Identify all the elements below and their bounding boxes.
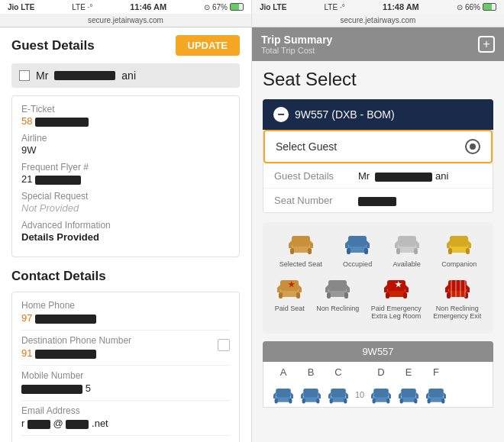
svg-rect-20 (448, 248, 452, 254)
svg-marker-42 (405, 285, 409, 292)
svg-marker-70 (328, 392, 331, 398)
svg-rect-2 (290, 248, 294, 254)
select-guest-row[interactable]: Select Guest (263, 130, 493, 163)
url-bar-left: secure.jetairways.com (0, 14, 251, 27)
svg-rect-62 (302, 398, 305, 404)
secondary-email-row: Secondary Email (21, 435, 230, 442)
eticket-redacted (35, 118, 89, 127)
legend-non-reclining: Non Reclining (316, 274, 359, 320)
select-guest-label: Select Guest (276, 140, 337, 153)
status-bar-left: Jio LTE LTE ·° 11:46 AM ⊙ 67% (0, 0, 251, 14)
svg-rect-80 (400, 398, 403, 404)
seat-10d[interactable] (369, 384, 393, 405)
seat-10f[interactable] (424, 384, 448, 405)
battery-icons-right: ⊙ 66% (457, 3, 496, 11)
home-phone-label: Home Phone (21, 300, 230, 311)
non-reclining-emergency-icon (444, 274, 471, 302)
occupied-seat-label: Occupied (343, 260, 372, 268)
seat-10a[interactable] (271, 384, 296, 405)
col-d: D (369, 366, 393, 378)
col-e: E (396, 366, 421, 378)
svg-marker-76 (371, 392, 373, 398)
dest-phone-redacted (35, 350, 96, 359)
available-seat-label: Available (393, 260, 421, 268)
companion-seat-label: Companion (441, 260, 477, 268)
trip-summary-title: Trip Summary (261, 34, 332, 46)
svg-rect-46 (447, 292, 451, 298)
time-right: 11:48 AM (383, 2, 419, 11)
battery-pct-right: 66% (465, 3, 480, 11)
col-gap (354, 366, 366, 378)
dest-phone-label: Destination Phone Number (21, 335, 230, 346)
url-text-right: secure.jetairways.com (341, 16, 416, 24)
col-f: F (424, 366, 448, 378)
flight-header: − 9W557 (DXB - BOM) (263, 99, 493, 130)
seat-10b[interactable] (299, 384, 323, 405)
svg-marker-82 (399, 392, 401, 398)
lte-right: LTE ·° (325, 3, 345, 11)
legend-row-2: ★ Paid Seat (269, 274, 487, 320)
guest-name-redacted2 (375, 173, 432, 182)
select-guest-radio[interactable] (465, 139, 480, 154)
guest-detail-row: Guest Details Mr ani (263, 163, 493, 188)
svg-marker-10 (345, 240, 348, 248)
svg-marker-17 (416, 240, 419, 248)
svg-marker-64 (301, 392, 303, 398)
svg-rect-21 (466, 248, 470, 254)
email-redacted2 (66, 420, 89, 429)
svg-rect-19 (450, 236, 468, 247)
guest-name-row: Mr ani (11, 63, 240, 88)
update-button[interactable]: UPDATE (176, 35, 240, 56)
svg-rect-1 (292, 236, 310, 247)
home-phone-row: Home Phone 97 (21, 300, 230, 324)
non-reclining-emergency-label: Non RecliningEmergency Exit (433, 305, 481, 320)
seat-10c[interactable] (326, 384, 351, 405)
svg-marker-83 (416, 392, 418, 398)
svg-marker-36 (347, 285, 350, 292)
guest-name-redacted (54, 71, 115, 80)
advanced-info-label: Advanced Information (21, 220, 230, 231)
svg-marker-4 (289, 240, 292, 248)
airline-label: Airline (21, 133, 230, 144)
battery-icons-left: ⊙ 67% (204, 3, 244, 11)
legend-box: Selected Seat Occupied (263, 222, 493, 334)
svg-rect-74 (373, 398, 376, 404)
seat-number-row: Seat Number (263, 188, 493, 212)
frequent-flyer-label: Frequent Flyer # (21, 162, 230, 173)
legend-paid-seat: ★ Paid Seat (275, 274, 305, 320)
mobile-value: 5 (21, 382, 230, 394)
email-label: Email Address (21, 405, 230, 416)
svg-rect-32 (328, 280, 347, 291)
left-content: Guest Details UPDATE Mr ani E-Ticket 58 … (0, 27, 251, 442)
svg-rect-81 (414, 398, 417, 404)
home-phone-value: 97 (21, 312, 230, 324)
legend-occupied-seat: Occupied (343, 230, 372, 268)
svg-rect-8 (347, 248, 351, 254)
guest-detail-value: Mr ani (358, 170, 448, 182)
svg-rect-69 (344, 398, 347, 404)
dest-phone-checkbox[interactable] (218, 339, 230, 351)
seat-number-value (358, 195, 396, 206)
battery-pct-left: 67% (212, 3, 228, 11)
seat-10e[interactable] (396, 384, 421, 405)
contact-details-title: Contact Details (11, 269, 240, 284)
svg-marker-23 (468, 240, 471, 248)
url-bar-right: secure.jetairways.com (252, 14, 504, 27)
battery-bar-right (483, 3, 496, 11)
svg-rect-67 (331, 389, 346, 397)
svg-marker-16 (395, 240, 398, 248)
battery-icon-right: ⊙ (457, 3, 463, 11)
paid-emergency-icon: ★ (383, 274, 410, 302)
guest-checkbox[interactable] (19, 70, 30, 81)
status-bar-right: Jio LTE LTE ·° 11:48 AM ⊙ 66% (252, 0, 504, 14)
non-reclining-label: Non Reclining (316, 305, 359, 312)
svg-rect-86 (428, 398, 431, 404)
svg-rect-3 (308, 248, 312, 254)
lte-left: LTE ·° (72, 3, 92, 11)
flight-details-box: Select Guest Guest Details Mr ani Seat N… (263, 130, 493, 213)
svg-rect-13 (398, 236, 416, 247)
trip-summary-plus[interactable]: + (478, 36, 495, 53)
flight-collapse-button[interactable]: − (273, 107, 289, 122)
url-text-left: secure.jetairways.com (88, 16, 163, 24)
svg-rect-57 (289, 398, 292, 404)
